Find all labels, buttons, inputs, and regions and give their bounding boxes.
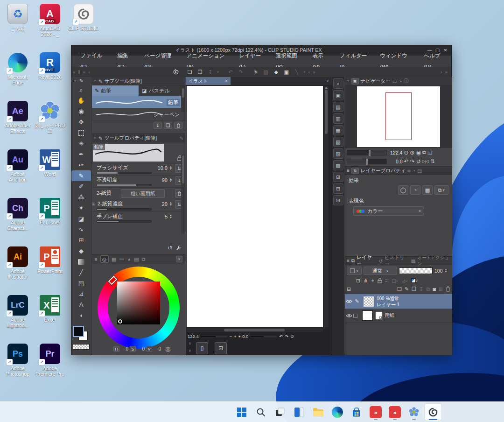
canvas-tab[interactable]: イラスト × bbox=[186, 77, 231, 85]
import-subtool-button[interactable]: ↧ bbox=[154, 122, 162, 129]
canvas[interactable] bbox=[187, 86, 323, 327]
desktop-icon-audition[interactable]: Au➚ Adobe Audition bbox=[2, 149, 33, 183]
page-view-button[interactable]: ▯ bbox=[196, 342, 208, 354]
desktop-icon-recycle-bin[interactable]: ♻ ごみ箱 bbox=[2, 4, 33, 31]
desktop-icon-character-animator[interactable]: Ch➚ Adobe Charact... bbox=[2, 198, 33, 231]
nav-rotate-cw-icon[interactable]: ↷ bbox=[410, 158, 415, 165]
tool-property-menu-icon[interactable]: ≡ bbox=[94, 135, 97, 141]
pen-tool-button[interactable]: ✑ bbox=[71, 160, 91, 170]
merge-layer-button[interactable]: ⧉ bbox=[426, 286, 430, 292]
layer-row-1[interactable]: ✎ 100 %通常 レイヤー 1 bbox=[345, 294, 452, 309]
close-tab-icon[interactable]: × bbox=[225, 78, 228, 84]
color-slider-tab[interactable]: ≔ bbox=[119, 256, 124, 262]
decoration-tool-button[interactable]: ✦ bbox=[71, 203, 91, 213]
checkbox[interactable] bbox=[353, 314, 357, 318]
material-bar-button[interactable]: ▧ bbox=[333, 137, 343, 147]
navigator-tab-icon[interactable]: ▣ bbox=[351, 78, 359, 84]
clip-to-layer-icon[interactable]: ⊡ bbox=[356, 278, 360, 284]
desktop-icon-premiere-pro[interactable]: Pr➚ Adobe Premiere Pro bbox=[35, 344, 65, 377]
desktop-icon-lightroom[interactable]: LrC➚ Adobe Lightroo... bbox=[2, 295, 33, 328]
layer-visibility-icon[interactable] bbox=[345, 299, 353, 303]
red-app-button[interactable]: » bbox=[386, 404, 403, 421]
stepper-icon[interactable]: ▲▼ bbox=[169, 166, 172, 170]
nav-actual-size-icon[interactable]: ◉ bbox=[416, 149, 420, 156]
balloon-tool-button[interactable]: ◖ bbox=[71, 310, 91, 321]
border-effect-button[interactable]: ◯ bbox=[398, 185, 408, 195]
tab-list-icon[interactable]: ∨ bbox=[326, 79, 329, 83]
hand-tool-button[interactable]: ✋ bbox=[71, 95, 91, 106]
chevron-right-icon[interactable]: › bbox=[441, 70, 442, 75]
desktop-icon-illustrator[interactable]: Ai➚ Adobe Illustrator bbox=[2, 246, 33, 280]
color-set-tab[interactable]: ▦ bbox=[112, 256, 116, 262]
main-color-swatch[interactable] bbox=[73, 326, 84, 337]
ruler-tool-button[interactable]: ⊿ bbox=[71, 288, 91, 299]
approximate-color-tab[interactable]: ▲ bbox=[127, 257, 131, 261]
desktop-icon-excel[interactable]: X ➚ Excel bbox=[35, 295, 65, 323]
blend-mode-dropdown[interactable]: 通常∨ bbox=[364, 267, 397, 275]
auto-action-tab[interactable]: オートアクション bbox=[418, 255, 450, 267]
material-bar-button[interactable]: ▦ bbox=[333, 125, 343, 135]
lock-transparent-icon[interactable]: ∷ bbox=[385, 278, 389, 284]
file-explorer-button[interactable] bbox=[310, 404, 327, 421]
expression-color-dropdown[interactable]: カラー ∨ bbox=[353, 206, 424, 216]
material-bar-button[interactable]: ▥ bbox=[333, 113, 343, 124]
deselect-button[interactable]: ▨ bbox=[261, 68, 271, 76]
desktop-icon-publisher[interactable]: P ➚ Publisher bbox=[35, 198, 65, 225]
nav-reset-rotation-icon[interactable]: ↺ bbox=[416, 158, 421, 165]
material-bar-button[interactable]: ⊡ bbox=[333, 195, 343, 205]
texture-density-slider[interactable] bbox=[97, 208, 152, 211]
two-pane-icon[interactable]: ⊟ bbox=[347, 286, 351, 292]
gradient-tool-button[interactable]: ▨ bbox=[71, 256, 91, 267]
blend-tab-icon[interactable]: ◔ bbox=[413, 168, 415, 174]
nav-fit-screen-icon[interactable]: ⧉ bbox=[422, 149, 426, 155]
stepper-icon[interactable]: ▲▼ bbox=[169, 202, 172, 206]
blend-tool-button[interactable]: ∿ bbox=[71, 224, 91, 235]
pencil-tool-button[interactable]: ✎ bbox=[71, 170, 91, 181]
operation-tool-button[interactable]: ◉ bbox=[71, 106, 91, 117]
history-tab[interactable]: ヒストリー bbox=[385, 254, 407, 267]
collapse-icon[interactable]: « bbox=[73, 70, 76, 75]
chevron-down-icon[interactable]: ∨ bbox=[176, 256, 182, 262]
rotate-ccw-icon[interactable]: ↶ bbox=[279, 334, 283, 339]
scroll-down-icon[interactable]: ∨ bbox=[189, 349, 191, 353]
layer-property-tab-icon[interactable]: ⧉ bbox=[351, 168, 359, 174]
register-work-button[interactable]: ⊡ bbox=[215, 342, 227, 354]
hue-ring-cursor[interactable] bbox=[108, 276, 118, 285]
tone-effect-button[interactable]: ◔ bbox=[410, 185, 420, 195]
auto-select-tool-button[interactable]: ✳ bbox=[71, 138, 91, 149]
eyedropper-tool-button[interactable]: ✒ bbox=[71, 149, 91, 160]
save-file-button[interactable]: ↧ bbox=[206, 68, 215, 76]
create-mask-button[interactable]: ◙ bbox=[433, 286, 436, 292]
layer-color-effect-button[interactable]: ⧉∨ bbox=[434, 185, 448, 195]
material-bar-button[interactable]: ▨ bbox=[333, 148, 343, 159]
search-button[interactable] bbox=[252, 404, 269, 421]
subtool-item-sharp-pencil[interactable]: シャーペン bbox=[92, 108, 185, 120]
select-source-icon[interactable]: ◻∨ bbox=[392, 278, 399, 284]
navigator-rotation-slider[interactable] bbox=[347, 159, 387, 164]
palette-color-dropdown[interactable]: ∨ bbox=[347, 267, 362, 275]
desktop-icon-powerpoint[interactable]: P ➚ PowerPoint bbox=[35, 246, 65, 274]
fill-button[interactable]: ◆ bbox=[272, 68, 281, 76]
delete-layer-button[interactable] bbox=[446, 286, 450, 292]
layer-row-2[interactable]: 用紙 bbox=[345, 309, 452, 323]
layer-color-swatch[interactable]: ∨ bbox=[411, 278, 418, 283]
subtool-scrollbar[interactable] bbox=[181, 87, 185, 112]
canvas-rotation-slider[interactable] bbox=[250, 336, 277, 338]
canvas-frame-button[interactable]: ▣ bbox=[282, 68, 291, 76]
frame-border-tool-button[interactable]: ▤ bbox=[71, 278, 91, 288]
zoom-out-icon[interactable]: − bbox=[230, 334, 232, 339]
desktop-icon-clip-studio[interactable]: ➚ CLIP STUDIO bbox=[68, 4, 99, 31]
layer-property-menu-icon[interactable]: ≡ bbox=[347, 168, 350, 173]
zoom-tool-button[interactable]: ⌕ bbox=[71, 84, 91, 95]
pattern-tab-icon[interactable]: ▤ bbox=[417, 168, 422, 174]
delete-subtool-button[interactable] bbox=[174, 122, 182, 129]
duplicate-subtool-button[interactable]: ❏ bbox=[164, 122, 172, 129]
stepper-icon[interactable]: ▲▼ bbox=[169, 178, 172, 183]
layer-thumbnail[interactable] bbox=[362, 310, 372, 321]
subview-tab-icon[interactable]: ▭ bbox=[392, 78, 397, 84]
navigator-view-frame[interactable] bbox=[385, 92, 412, 140]
canvas-vscrollbar[interactable] bbox=[324, 86, 329, 327]
paper-texture-button[interactable]: 粗い画用紙 bbox=[121, 189, 165, 198]
actual-size-icon[interactable]: ■ bbox=[238, 335, 240, 338]
clip-studio-paint-taskbar-button[interactable] bbox=[425, 404, 441, 421]
